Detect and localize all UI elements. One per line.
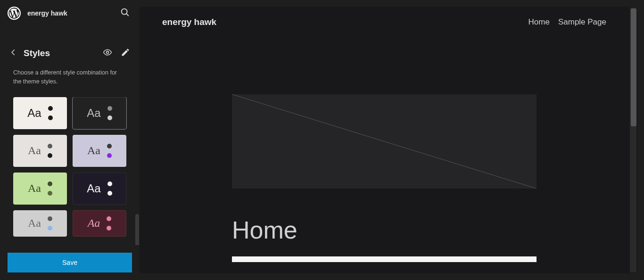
style-variation-card[interactable]: Aa — [73, 210, 126, 237]
styles-panel-description: Choose a different style combination for… — [0, 68, 140, 87]
style-variation-card[interactable]: Aa — [73, 135, 126, 167]
style-variation-card[interactable]: Aa — [73, 173, 126, 205]
style-variation-card[interactable]: Aa — [13, 135, 67, 167]
color-dot-icon — [107, 181, 112, 186]
color-dot-icon — [48, 191, 52, 196]
svg-line-4 — [232, 94, 537, 189]
color-dot-icon — [48, 144, 52, 148]
chevron-left-icon — [9, 48, 17, 58]
style-variations-list: Aa Aa Aa Aa — [0, 97, 140, 245]
color-dot-icon — [107, 216, 111, 221]
sidebar-site-name[interactable]: energy hawk — [27, 9, 118, 17]
save-button[interactable]: Save — [8, 253, 132, 272]
style-sample-text: Aa — [87, 144, 100, 157]
site-preview-frame: energy hawk Home Sample Page Home — [140, 7, 637, 273]
style-sample-text: Aa — [28, 217, 41, 230]
style-sample-text: Aa — [88, 217, 100, 230]
preview-page-title[interactable]: Home — [232, 216, 537, 244]
style-sample-text: Aa — [28, 144, 41, 157]
color-dot-icon — [107, 226, 111, 231]
search-icon — [120, 7, 130, 19]
style-color-dots — [48, 144, 52, 158]
preview-nav: Home Sample Page — [528, 17, 606, 27]
styles-panel-header: Styles — [0, 47, 140, 60]
color-dot-icon — [107, 153, 112, 158]
edit-styles-button[interactable] — [119, 47, 132, 60]
save-bar: Save — [0, 245, 140, 280]
preview-nav-link-sample-page[interactable]: Sample Page — [558, 17, 606, 27]
style-color-dots — [107, 144, 112, 158]
style-variation-card[interactable]: Aa — [13, 173, 67, 205]
preview-scrollbar-thumb[interactable] — [631, 8, 636, 126]
color-dot-icon — [107, 106, 112, 111]
style-color-dots — [107, 181, 112, 196]
search-button[interactable] — [118, 6, 132, 20]
preview-site-title[interactable]: energy hawk — [162, 17, 216, 27]
eye-icon — [103, 48, 112, 59]
preview-nav-link-home[interactable]: Home — [528, 17, 550, 27]
color-dot-icon — [107, 144, 112, 148]
color-dot-icon — [48, 216, 52, 221]
style-color-dots — [107, 106, 112, 120]
color-dot-icon — [48, 153, 52, 158]
back-button[interactable] — [8, 48, 19, 59]
color-dot-icon — [48, 226, 52, 231]
style-sample-text: Aa — [28, 182, 41, 195]
wordpress-logo-icon[interactable] — [8, 7, 21, 20]
styles-panel-title: Styles — [24, 48, 101, 58]
preview-header: energy hawk Home Sample Page — [162, 17, 606, 27]
style-color-dots — [48, 181, 52, 196]
preview-content-block[interactable] — [232, 256, 537, 262]
svg-point-3 — [107, 51, 109, 54]
styles-panel-actions — [101, 47, 132, 60]
style-color-dots — [107, 216, 111, 231]
color-dot-icon — [107, 191, 112, 196]
svg-line-2 — [126, 14, 128, 16]
style-variation-card[interactable]: Aa — [13, 210, 67, 237]
style-color-dots — [48, 216, 52, 231]
color-dot-icon — [48, 181, 52, 186]
stylebook-toggle-button[interactable] — [101, 47, 114, 60]
style-sample-text: Aa — [27, 107, 41, 120]
color-dot-icon — [48, 106, 53, 111]
style-variation-card[interactable]: Aa — [73, 97, 126, 129]
sidebar-scrollbar-thumb[interactable] — [135, 214, 139, 245]
style-variation-card[interactable]: Aa — [13, 97, 67, 129]
featured-image-placeholder[interactable] — [232, 94, 537, 189]
style-color-dots — [48, 106, 53, 120]
color-dot-icon — [48, 115, 53, 120]
site-preview[interactable]: energy hawk Home Sample Page Home — [140, 7, 637, 273]
style-sample-text: Aa — [87, 182, 100, 195]
sidebar-topbar: energy hawk — [0, 0, 140, 26]
pencil-icon — [121, 48, 130, 59]
color-dot-icon — [107, 115, 112, 120]
style-sample-text: Aa — [87, 107, 100, 120]
editor-sidebar: energy hawk Styles — [0, 0, 140, 280]
